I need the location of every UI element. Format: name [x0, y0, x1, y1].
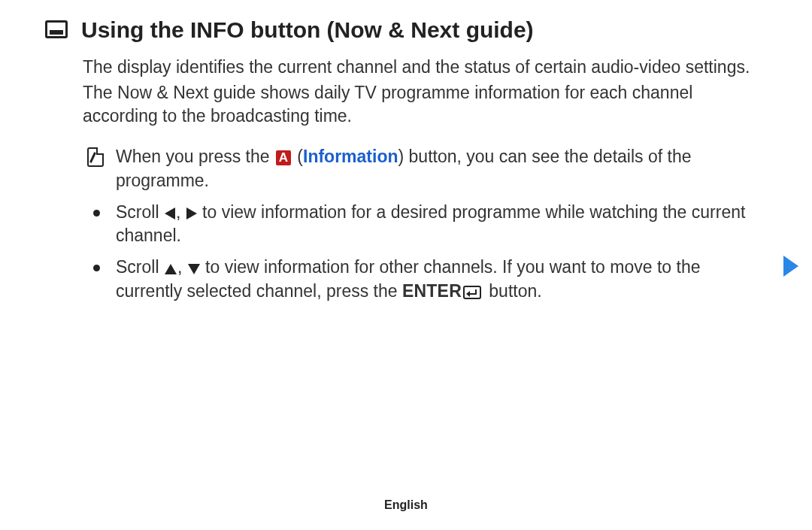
note-icon — [87, 147, 104, 167]
b2-post2: button. — [484, 281, 542, 301]
arrow-left-icon — [165, 207, 175, 220]
b2-mid: , — [177, 257, 187, 277]
bullet-list: Scroll , to view information for a desir… — [83, 201, 767, 304]
bullet-item-1: Scroll , to view information for a desir… — [83, 201, 767, 248]
enter-icon — [463, 286, 481, 299]
arrow-up-icon — [165, 264, 177, 274]
note-pre: When you press the — [116, 147, 274, 166]
note-block: When you press the A (Information) butto… — [83, 145, 767, 192]
b1-mid: , — [176, 202, 186, 222]
paragraph-2: The Now & Next guide shows daily TV prog… — [83, 81, 767, 129]
note-text: When you press the A (Information) butto… — [116, 145, 767, 192]
paragraph-1: The display identifies the current chann… — [83, 56, 767, 80]
note-paren-open: ( — [292, 147, 303, 166]
section-icon — [45, 20, 68, 38]
manual-page: Using the INFO button (Now & Next guide)… — [0, 0, 812, 530]
heading-row: Using the INFO button (Now & Next guide) — [45, 17, 767, 44]
b2-pre: Scroll — [116, 257, 164, 277]
b1-pre: Scroll — [116, 202, 164, 222]
arrow-right-icon — [186, 207, 197, 220]
body-text: The display identifies the current chann… — [45, 56, 767, 304]
a-button-badge: A — [276, 150, 291, 165]
b1-post: to view information for a desired progra… — [116, 202, 745, 246]
enter-label: ENTER — [402, 281, 462, 301]
information-label: Information — [303, 147, 398, 166]
next-page-arrow[interactable] — [783, 256, 798, 277]
page-title: Using the INFO button (Now & Next guide) — [81, 17, 534, 44]
footer-language: English — [0, 498, 812, 512]
arrow-down-icon — [188, 264, 200, 274]
bullet-item-2: Scroll , to view information for other c… — [83, 256, 767, 303]
